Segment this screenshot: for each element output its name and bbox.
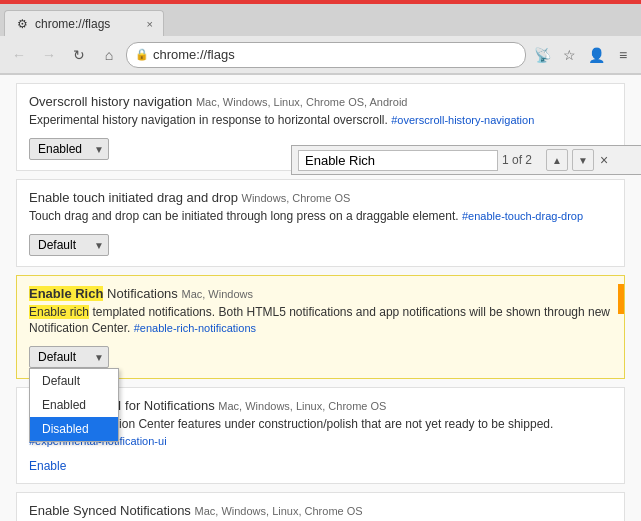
flag-title: Enable touch initiated drag and drop Win… (29, 190, 612, 205)
flag-link[interactable]: #enable-touch-drag-drop (462, 210, 583, 222)
flag-title-after: Notifications (103, 286, 177, 301)
browser-tab[interactable]: ⚙ chrome://flags × (4, 10, 164, 36)
find-close-button[interactable]: × (598, 152, 610, 168)
flag-select-wrapper: Default Enabled Disabled ▼ Default Enabl… (29, 346, 109, 368)
home-button[interactable]: ⌂ (96, 42, 122, 68)
menu-button[interactable]: ≡ (611, 43, 635, 67)
flag-link[interactable]: #overscroll-history-navigation (391, 114, 534, 126)
flag-item-rich-notifications: Enable Rich Notifications Mac, Windows E… (16, 275, 625, 380)
find-bar: 1 of 2 ▲ ▼ × (291, 145, 641, 175)
flag-description: Touch drag and drop can be initiated thr… (29, 208, 612, 225)
flag-link[interactable]: #enable-rich-notifications (134, 322, 256, 334)
scroll-indicator (618, 284, 624, 314)
flag-item-touch-drag: Enable touch initiated drag and drop Win… (16, 179, 625, 267)
forward-button[interactable]: → (36, 42, 62, 68)
address-icon: 🔒 (135, 48, 149, 61)
tab-favicon: ⚙ (15, 17, 29, 31)
flag-select-wrapper: Default Enabled Disabled ▼ (29, 234, 109, 256)
find-count: 1 of 2 (502, 153, 542, 167)
bookmark-button[interactable]: ☆ (557, 43, 581, 67)
flag-description: Experimental history navigation in respo… (29, 112, 612, 129)
cast-button[interactable]: 📡 (530, 43, 554, 67)
flag-item-synced-notifications: Enable Synced Notifications Mac, Windows… (16, 492, 625, 521)
flag-title: Enable Synced Notifications Mac, Windows… (29, 503, 612, 518)
tab-title: chrome://flags (35, 17, 141, 31)
flag-enable-link[interactable]: Enable (29, 459, 66, 473)
overscroll-select[interactable]: Default Enabled Disabled (29, 138, 109, 160)
toolbar-right: 📡 ☆ 👤 ≡ (530, 43, 635, 67)
flag-title: Overscroll history navigation Mac, Windo… (29, 94, 612, 109)
desc-after: templated notifications. Both HTML5 noti… (29, 305, 610, 336)
flag-title: Enable Rich Notifications Mac, Windows (29, 286, 612, 301)
address-bar-container: 🔒 (126, 42, 526, 68)
touch-drag-select[interactable]: Default Enabled Disabled (29, 234, 109, 256)
find-prev-button[interactable]: ▲ (546, 149, 568, 171)
find-next-button[interactable]: ▼ (572, 149, 594, 171)
flag-select-wrapper: Default Enabled Disabled ▼ (29, 138, 109, 160)
dropdown-item-enabled[interactable]: Enabled (30, 393, 118, 417)
rich-notifications-select[interactable]: Default Enabled Disabled (29, 346, 109, 368)
dropdown-menu: Default Enabled Disabled (29, 368, 119, 442)
find-input[interactable] (298, 150, 498, 171)
back-button[interactable]: ← (6, 42, 32, 68)
desc-highlight: Enable rich (29, 305, 89, 319)
page-content: Overscroll history navigation Mac, Windo… (0, 75, 641, 521)
dropdown-item-default[interactable]: Default (30, 369, 118, 393)
flag-title-highlight: Enable Rich (29, 286, 103, 301)
address-input[interactable] (153, 47, 517, 62)
reload-button[interactable]: ↻ (66, 42, 92, 68)
profile-button[interactable]: 👤 (584, 43, 608, 67)
tab-close-button[interactable]: × (147, 18, 153, 30)
browser-toolbar: ← → ↻ ⌂ 🔒 📡 ☆ 👤 ≡ (0, 36, 641, 74)
flag-description: Enable rich templated notifications. Bot… (29, 304, 612, 338)
dropdown-item-disabled[interactable]: Disabled (30, 417, 118, 441)
